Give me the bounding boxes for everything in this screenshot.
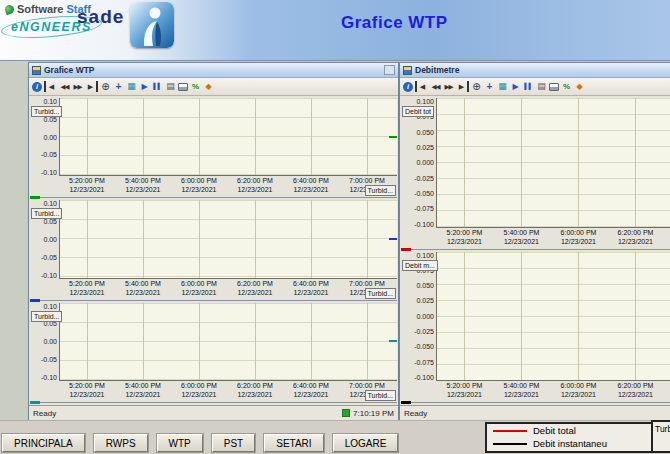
pen-color-dash bbox=[401, 401, 411, 404]
nav-wtp-button[interactable]: WTP bbox=[157, 434, 203, 452]
pen-value-marker bbox=[389, 238, 397, 240]
percent-icon[interactable]: % bbox=[190, 81, 201, 92]
forward-icon[interactable]: ▶▶ bbox=[443, 81, 454, 92]
x-axis-labels: 5:20:00 PM12/23/20215:40:00 PM12/23/2021… bbox=[401, 228, 670, 248]
ytick: 0.10 bbox=[43, 200, 57, 207]
pen-value-marker bbox=[389, 136, 397, 138]
panes-icon[interactable]: ▦ bbox=[126, 81, 137, 92]
nav-pst-button[interactable]: PST bbox=[212, 434, 255, 452]
pen-label-right: Turbid... bbox=[365, 390, 396, 401]
window-titlebar[interactable]: Grafice WTP bbox=[29, 63, 398, 78]
xtick: 5:40:00 PM12/23/2021 bbox=[115, 279, 171, 297]
ytick: -0.10 bbox=[41, 374, 57, 381]
nav-setari-button[interactable]: SETARI bbox=[264, 434, 323, 452]
ytick: 0.100 bbox=[416, 252, 434, 259]
trend-plot-area[interactable] bbox=[436, 98, 670, 228]
chart-window-icon bbox=[32, 66, 41, 75]
forward-icon[interactable]: ▶▶ bbox=[72, 81, 83, 92]
x-axis-labels: 5:20:00 PM12/23/20215:40:00 PM12/23/2021… bbox=[30, 381, 397, 401]
nav-logare-button[interactable]: LOGARE bbox=[333, 434, 399, 452]
xtick: 6:20:00 PM12/23/2021 bbox=[227, 279, 283, 297]
window-grafice-wtp: Grafice WTP i◀◀◀▶▶▶⊕+▦▶▌▌▤%◆ 0.100.050.0… bbox=[28, 62, 399, 421]
ytick: -0.050 bbox=[414, 343, 434, 350]
annotate-icon[interactable]: ◆ bbox=[203, 81, 214, 92]
first-icon[interactable]: ◀ bbox=[44, 81, 57, 92]
chart-toolbar: i◀◀◀▶▶▶⊕+▦▶▌▌▤%◆ bbox=[29, 78, 398, 96]
status-time: 7:10:19 PM bbox=[353, 409, 394, 418]
leaf-icon bbox=[4, 3, 16, 15]
xtick: 6:20:00 PM12/23/2021 bbox=[607, 381, 664, 399]
xtick: 6:20:00 PM12/23/2021 bbox=[227, 381, 283, 399]
mdi-area: Grafice WTP i◀◀◀▶▶▶⊕+▦▶▌▌▤%◆ 0.100.050.0… bbox=[0, 61, 670, 420]
trend-chart-debit-total: 0.1000.0750.0500.0250.000-0.025-0.050-0.… bbox=[401, 98, 670, 252]
ytick: 0.100 bbox=[416, 98, 434, 105]
nav-principala-button[interactable]: PRINCIPALA bbox=[2, 434, 85, 452]
first-icon[interactable]: ◀ bbox=[415, 81, 428, 92]
xtick: 5:20:00 PM12/23/2021 bbox=[436, 381, 493, 399]
trend-plot-area[interactable] bbox=[436, 252, 670, 382]
pause-icon[interactable]: ▌▌ bbox=[152, 81, 163, 92]
x-axis-labels: 5:20:00 PM12/23/20215:40:00 PM12/23/2021… bbox=[30, 279, 397, 299]
panes-icon[interactable]: ▦ bbox=[497, 81, 508, 92]
trend-plot-area[interactable] bbox=[59, 200, 397, 278]
ytick: -0.10 bbox=[41, 169, 57, 176]
legend-label-debit-instantaneu: Debit instantaneu bbox=[533, 439, 607, 449]
zoom-icon[interactable]: ⊕ bbox=[471, 81, 482, 92]
pen-label: Turbid... bbox=[31, 311, 62, 322]
trend-chart-debit-momentan: 0.1000.0750.0500.0250.000-0.025-0.050-0.… bbox=[401, 252, 670, 406]
print-icon[interactable] bbox=[549, 83, 559, 91]
xtick: 6:40:00 PM12/23/2021 bbox=[283, 381, 339, 399]
pan-icon[interactable]: + bbox=[113, 81, 124, 92]
y-axis-labels: 0.1000.0750.0500.0250.000-0.025-0.050-0.… bbox=[401, 98, 436, 228]
zoom-icon[interactable]: ⊕ bbox=[100, 81, 111, 92]
xtick: 6:20:00 PM12/23/2021 bbox=[227, 176, 283, 194]
rewind-icon[interactable]: ◀◀ bbox=[430, 81, 441, 92]
last-icon[interactable]: ▶ bbox=[456, 81, 469, 92]
window-titlebar[interactable]: Debitmetre bbox=[400, 63, 670, 78]
legend-line-debit-instantaneu bbox=[493, 443, 527, 445]
annotate-icon[interactable]: ◆ bbox=[574, 81, 585, 92]
pen-label: Turbid... bbox=[31, 106, 62, 117]
trend-plot-area[interactable] bbox=[59, 98, 397, 176]
pen-value-marker bbox=[389, 340, 397, 342]
window-title: Debitmetre bbox=[415, 65, 670, 75]
ytick: -0.075 bbox=[414, 205, 434, 212]
pan-icon[interactable]: + bbox=[484, 81, 495, 92]
pen-color-dash bbox=[30, 299, 40, 302]
chart-separator bbox=[401, 402, 670, 405]
ytick: 0.10 bbox=[43, 98, 57, 105]
xtick: 6:20:00 PM12/23/2021 bbox=[607, 228, 664, 246]
pen-label: Turbid... bbox=[31, 208, 62, 219]
nav-buttons: PRINCIPALA RWPS WTP PST SETARI LOGARE bbox=[2, 434, 398, 452]
xtick: 6:40:00 PM12/23/2021 bbox=[283, 176, 339, 194]
window-statusbar: Ready bbox=[400, 405, 670, 420]
play-icon[interactable]: ▶ bbox=[139, 81, 150, 92]
info-icon[interactable]: i bbox=[403, 82, 413, 92]
ytick: -0.025 bbox=[414, 328, 434, 335]
chart-toolbar: i◀◀◀▶▶▶⊕+▦▶▌▌▤%◆ bbox=[400, 78, 670, 96]
percent-icon[interactable]: % bbox=[561, 81, 572, 92]
xtick: 6:00:00 PM12/23/2021 bbox=[550, 381, 607, 399]
print-icon[interactable] bbox=[178, 83, 188, 91]
pen-color-dash bbox=[30, 401, 40, 404]
info-icon[interactable]: i bbox=[32, 82, 42, 92]
ytick: 0.050 bbox=[416, 129, 434, 136]
report-icon[interactable]: ▤ bbox=[165, 81, 176, 92]
rewind-icon[interactable]: ◀◀ bbox=[59, 81, 70, 92]
app-window: SoftwareStaff eNGNEERS sade Grafice WTP bbox=[0, 0, 670, 454]
nav-rwps-button[interactable]: RWPS bbox=[94, 434, 148, 452]
report-icon[interactable]: ▤ bbox=[536, 81, 547, 92]
ytick: -0.100 bbox=[414, 374, 434, 381]
play-icon[interactable]: ▶ bbox=[510, 81, 521, 92]
app-header: SoftwareStaff eNGNEERS sade Grafice WTP bbox=[0, 0, 670, 61]
ytick: 0.025 bbox=[416, 297, 434, 304]
pen-color-dash bbox=[30, 196, 40, 199]
trend-plot-area[interactable] bbox=[59, 303, 397, 381]
xtick: 5:40:00 PM12/23/2021 bbox=[493, 228, 550, 246]
restore-button[interactable] bbox=[384, 65, 395, 75]
trend-chart-turbiditate-1: 0.100.050.00-0.05-0.10 Turbid... 5:20:00… bbox=[30, 98, 397, 200]
ytick: -0.075 bbox=[414, 359, 434, 366]
ytick: 0.10 bbox=[43, 303, 57, 310]
pause-icon[interactable]: ▌▌ bbox=[523, 81, 534, 92]
last-icon[interactable]: ▶ bbox=[85, 81, 98, 92]
